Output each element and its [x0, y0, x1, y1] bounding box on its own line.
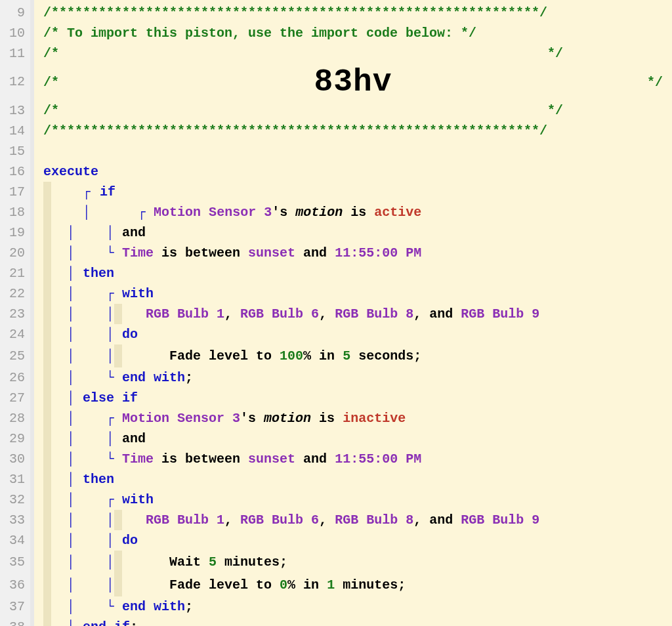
kw-then: then [83, 266, 114, 281]
code-line: /***************************************… [43, 121, 665, 141]
code-line: /* 83hv */ [43, 64, 665, 100]
bulb-9: RGB Bulb 9 [461, 306, 539, 322]
import-code: 83hv [314, 64, 392, 100]
time-var: Time [122, 451, 154, 467]
line-number: 27 [0, 388, 25, 408]
kw-and: and [122, 431, 146, 446]
kw-do: do [122, 533, 138, 548]
kw-endif: end if [83, 619, 130, 626]
comment-import: /* To import this piston, use the import… [43, 26, 476, 41]
line-number: 34 [0, 530, 25, 551]
code-line: │┌ with [43, 283, 665, 304]
code-line: /* To import this piston, use the import… [43, 23, 665, 43]
code-line: ││ and [43, 222, 665, 243]
line-number: 37 [0, 596, 25, 617]
bulb-1: RGB Bulb 1 [146, 306, 224, 322]
line-number: 10 [0, 23, 25, 43]
code-line: ││ RGB Bulb 1, RGB Bulb 6, RGB Bulb 8, a… [43, 510, 665, 530]
line-number: 15 [0, 141, 25, 161]
code-line: ││ do [43, 530, 665, 551]
attribute: motion [264, 411, 311, 426]
code-line: ││ do [43, 324, 665, 344]
line-number: 30 [0, 449, 25, 469]
kw-execute: execute [43, 164, 98, 179]
comment-left: /* [43, 72, 59, 93]
state-active: active [374, 205, 421, 220]
line-number: 14 [0, 121, 25, 141]
action-wait: Wait [169, 554, 209, 570]
import-code-wrap: 83hv [59, 58, 647, 106]
bulb-6: RGB Bulb 6 [240, 306, 319, 322]
line-number: 32 [0, 490, 25, 510]
attribute: motion [295, 205, 343, 220]
code-line: │┌ Motion Sensor 3's motion is inactive [43, 408, 665, 428]
kw-endwith: end with [122, 599, 185, 614]
comment-border: /***************************************… [43, 5, 547, 20]
kw-do: do [122, 327, 138, 342]
line-number: 13 [0, 100, 25, 121]
code-line: ││ Fade level to 0% in 1 minutes; [43, 574, 665, 596]
indent-guide [43, 182, 51, 202]
code-area[interactable]: /***************************************… [34, 0, 672, 626]
kw-with: with [122, 492, 154, 507]
code-line: execute [43, 161, 665, 182]
comment-right: */ [647, 72, 663, 93]
code-line: ┌ if [43, 182, 665, 202]
line-number: 25 [0, 344, 25, 367]
comment-left: /* [43, 46, 59, 61]
code-line: │└ end with; [43, 596, 665, 617]
line-number: 22 [0, 283, 25, 304]
code-line: │ then [43, 469, 665, 490]
code-line: │ ┌ Motion Sensor 3's motion is active [43, 202, 665, 222]
action-fade: Fade level to [169, 348, 280, 364]
bulb-6: RGB Bulb 6 [240, 512, 319, 528]
line-number: 23 [0, 304, 25, 324]
line-number: 9 [0, 3, 25, 23]
line-number: 33 [0, 510, 25, 530]
kw-and: and [122, 225, 146, 240]
code-line: ││ RGB Bulb 1, RGB Bulb 6, RGB Bulb 8, a… [43, 304, 665, 324]
bulb-8: RGB Bulb 8 [335, 512, 413, 528]
line-number-gutter: 9101112131415161718192021222324252627282… [0, 0, 34, 626]
line-number: 29 [0, 428, 25, 449]
code-line: │ else if [43, 388, 665, 408]
line-number: 35 [0, 551, 25, 574]
line-number: 26 [0, 367, 25, 388]
line-number: 12 [0, 64, 25, 100]
code-line: /***************************************… [43, 3, 665, 23]
code-line: ││ and [43, 428, 665, 449]
code-editor: 9101112131415161718192021222324252627282… [0, 0, 672, 626]
device-name: Motion Sensor 3 [122, 411, 240, 426]
kw-if: if [100, 184, 116, 199]
sunset: sunset [248, 245, 295, 261]
line-number: 24 [0, 324, 25, 344]
line-number: 11 [0, 43, 25, 64]
code-line: │└ Time is between sunset and 11:55:00 P… [43, 243, 665, 263]
bulb-9: RGB Bulb 9 [461, 512, 539, 528]
state-inactive: inactive [343, 411, 406, 426]
code-line: │┌ with [43, 490, 665, 510]
comment-left: /* [43, 103, 59, 118]
line-number: 16 [0, 161, 25, 182]
kw-then: then [83, 472, 114, 487]
code-line: └ end if; [43, 617, 665, 626]
line-number: 36 [0, 574, 25, 596]
code-line [43, 141, 665, 161]
code-line: │└ Time is between sunset and 11:55:00 P… [43, 449, 665, 469]
bulb-8: RGB Bulb 8 [335, 306, 413, 322]
code-line: /* */ [43, 100, 665, 121]
comment-border: /***************************************… [43, 123, 547, 138]
line-number: 20 [0, 243, 25, 263]
line-number: 18 [0, 202, 25, 222]
line-number: 28 [0, 408, 25, 428]
clock-time: 11:55:00 PM [335, 451, 421, 467]
sunset: sunset [248, 451, 295, 467]
clock-time: 11:55:00 PM [335, 245, 421, 261]
kw-with: with [122, 286, 154, 301]
line-number: 38 [0, 617, 25, 626]
code-line: ││ Fade level to 100% in 5 seconds; [43, 344, 665, 367]
comment-right: */ [547, 103, 563, 118]
kw-elseif: else if [83, 390, 138, 406]
code-line: ││ Wait 5 minutes; [43, 551, 665, 574]
kw-endwith: end with [122, 370, 185, 385]
